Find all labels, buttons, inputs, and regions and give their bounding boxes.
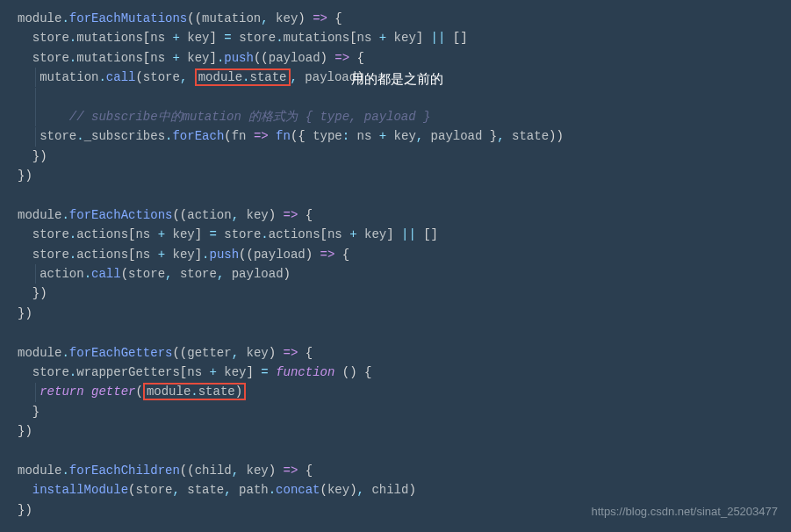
code-line: store.wrapperGetters[ns + key] = functio… bbox=[18, 363, 773, 382]
code-line: action.call(store, store, payload) bbox=[18, 264, 773, 284]
code-line: store._subscribes.forEach(fn => fn({ typ… bbox=[18, 126, 773, 146]
watermark: https://blog.csdn.net/sinat_25203477 bbox=[592, 503, 779, 521]
code-line: store.actions[ns + key].push((payload) =… bbox=[18, 245, 773, 264]
blank-line bbox=[18, 323, 773, 342]
code-line: installModule(store, state, path.concat(… bbox=[18, 480, 773, 500]
annotation-text: 用的都是之前的 bbox=[351, 68, 443, 90]
comment: // subscribe中的mutation 的格式为 { type, payl… bbox=[40, 110, 430, 124]
blank-line bbox=[18, 186, 773, 205]
code-line: } bbox=[18, 402, 773, 421]
blank-line bbox=[18, 442, 773, 461]
code-line: module.forEachMutations((mutation, key) … bbox=[18, 9, 773, 28]
code-line: module.forEachGetters((getter, key) => { bbox=[18, 343, 773, 363]
code-line: return getter(module.state) bbox=[18, 382, 773, 401]
code-line: store.mutations[ns + key].push((payload)… bbox=[18, 48, 773, 68]
code-line: }) bbox=[18, 147, 773, 166]
code-line: store.actions[ns + key] = store.actions[… bbox=[18, 225, 773, 244]
highlight-box: module.state bbox=[195, 68, 291, 86]
code-line bbox=[18, 88, 773, 107]
code-line: }) bbox=[18, 421, 773, 441]
code-line: store.mutations[ns + key] = store.mutati… bbox=[18, 28, 773, 47]
highlight-box: module.state) bbox=[143, 383, 246, 400]
code-line: }) bbox=[18, 284, 773, 303]
code-line: }) bbox=[18, 304, 773, 323]
code-line: module.forEachChildren((child, key) => { bbox=[18, 461, 773, 480]
code-line: // subscribe中的mutation 的格式为 { type, payl… bbox=[18, 107, 773, 126]
code-line: }) bbox=[18, 166, 773, 185]
code-line: module.forEachActions((action, key) => { bbox=[18, 205, 773, 225]
